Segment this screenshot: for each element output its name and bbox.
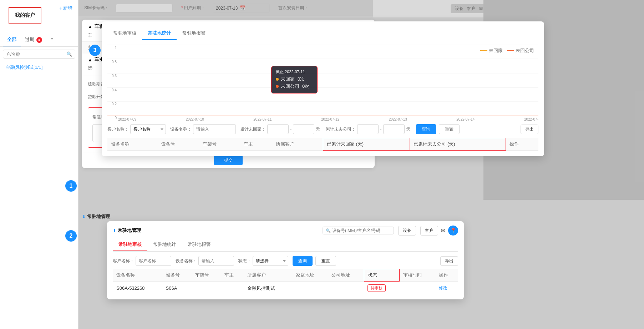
calendar-icon[interactable]: 📅 (240, 5, 245, 11)
col-home-days: 已累计未回家 (天) (323, 138, 410, 151)
audit-customer-label: 客户名称： (113, 258, 134, 264)
filter-company-max[interactable] (383, 124, 405, 134)
filter-home-max[interactable] (293, 124, 314, 134)
sidebar-title: 我的客户 (9, 7, 41, 24)
row-action[interactable]: 修改 (435, 282, 458, 295)
tab-alarm[interactable]: 常驻地报警 (177, 27, 211, 40)
tooltip-company-value: 0次 (302, 83, 309, 90)
tooltip-home-row: 未回家 0次 (276, 76, 313, 82)
tab-statistics[interactable]: 常驻地统计 (142, 27, 177, 40)
col-action: 操作 (506, 138, 538, 151)
chart-x-labels: 2022-07-09 2022-07-10 2022-07-11 2022-07… (107, 117, 538, 121)
search-icon[interactable]: 🔍 (66, 51, 72, 57)
audit-customer-input[interactable] (136, 256, 171, 266)
row-device-name: S06A-532268 (113, 282, 162, 295)
sidebar: 我的客户 + 新增 全部 过期 ● ≡ 🔍 金融风控测试[1/1] (0, 0, 78, 329)
vehicle-sub-label: 车 (88, 33, 92, 38)
chart-export-btn[interactable]: 导出 (521, 125, 538, 134)
audit-search-icon: 🔍 (326, 228, 331, 233)
audit-export-btn[interactable]: 导出 (440, 256, 458, 266)
audit-col-owner: 车主 (221, 269, 244, 282)
col-company-days: 已累计未去公司 (天) (410, 138, 506, 151)
filter-company-label: 累计未去公司： (326, 126, 356, 132)
col-frame-no: 车架号 (199, 138, 240, 151)
x-label-5: 2022-07-14 (456, 117, 475, 121)
chart-query-btn[interactable]: 查询 (416, 124, 436, 134)
tab-all[interactable]: 全部 (3, 34, 21, 46)
audit-customer-btn[interactable]: 客户 (420, 226, 438, 236)
filter-home-label: 累计未回家： (240, 126, 266, 132)
tab-filter[interactable]: ≡ (46, 34, 58, 46)
filter-home-sep: - (290, 127, 291, 132)
chart-tooltip: 截止 2022-07-11 未回家 0次 未回公司 0次 (271, 66, 318, 93)
addr-manage-label: ⬇ 常驻地管理 (82, 213, 110, 220)
chart-modal: 常驻地审核 常驻地统计 常驻地报警 未回家 未回公司 1 0.8 0.6 0.4… (102, 21, 544, 156)
tab-audit-alarm[interactable]: 常驻地报警 (182, 238, 217, 251)
filter-company: 累计未去公司： - 天 (326, 124, 411, 134)
row-customer: 金融风控测试 (244, 282, 292, 295)
audit-status-select[interactable]: 请选择 (253, 256, 288, 266)
audit-col-status: 状态 (364, 269, 399, 282)
row-status: 待审核 (364, 282, 399, 295)
tab-audit[interactable]: 常驻地审核 (107, 27, 142, 40)
audit-device-input[interactable] (198, 256, 234, 266)
chart-tabs: 常驻地审核 常驻地统计 常驻地报警 (107, 27, 538, 40)
row-device-no: S06A (162, 282, 192, 295)
audit-reset-btn[interactable]: 重置 (315, 256, 336, 266)
audit-mail-icon[interactable]: ✉ (441, 228, 445, 233)
filter-customer-select[interactable]: 客户名称 (130, 124, 166, 134)
filter-company-min[interactable] (357, 124, 379, 134)
date-label: 用户到期： (181, 5, 210, 11)
tooltip-company-row: 未回公司 0次 (276, 83, 313, 90)
audit-search-input[interactable] (332, 228, 382, 233)
sidebar-search-box: 🔍 (3, 50, 75, 59)
chart-table-head: 设备名称 设备号 车架号 车主 所属客户 已累计未回家 (天) 已累计未去公司 … (107, 138, 538, 151)
customer-list-item[interactable]: 金融风控测试[1/1] (0, 61, 78, 74)
audit-modal-header: ⬇ 常驻地管理 🔍 设备 客户 ✉ 📍 (113, 226, 458, 236)
filter-device: 设备名称： (170, 124, 236, 134)
tab-audit-review[interactable]: 常驻地审核 (113, 238, 147, 251)
tab-expired[interactable]: 过期 ● (21, 34, 46, 46)
audit-search-wrap: 🔍 (323, 227, 394, 234)
audit-device-btn[interactable]: 设备 (398, 226, 416, 236)
audit-filter-device: 设备名称： (176, 256, 234, 266)
audit-header-right: 🔍 设备 客户 ✉ 📍 (323, 226, 458, 236)
audit-modal: ⬇ 常驻地管理 🔍 设备 客户 ✉ 📍 常驻地审核 常驻地统计 常驻地报警 客户… (107, 221, 464, 299)
audit-col-device-name: 设备名称 (113, 269, 162, 282)
audit-data-table: 设备名称 设备号 车架号 车主 所属客户 家庭地址 公司地址 状态 审核时间 操… (113, 269, 458, 295)
x-label-1: 2022-07-10 (186, 117, 204, 121)
col-device-no: 设备号 (158, 138, 199, 151)
audit-status-label: 状态： (238, 258, 251, 264)
x-label-3: 2022-07-12 (321, 117, 339, 121)
filter-home-min[interactable] (267, 124, 289, 134)
tooltip-home-dot (276, 78, 279, 81)
new-button[interactable]: + 新增 (59, 5, 72, 11)
table-row: S06A-532268 S06A 金融风控测试 待审核 修改 (113, 282, 458, 295)
chart-reset-btn[interactable]: 重置 (439, 124, 460, 134)
badge-1: 1 (65, 180, 77, 192)
chart-container: 未回家 未回公司 1 0.8 0.6 0.4 0.2 0 (107, 45, 538, 121)
sim-label: SIM卡号码： (84, 5, 113, 11)
audit-filter-customer: 客户名称： (113, 256, 171, 266)
audit-location-icon[interactable]: 📍 (448, 226, 458, 236)
audit-col-action: 操作 (435, 269, 458, 282)
submit-btn[interactable]: 提交 (214, 155, 243, 165)
audit-query-btn[interactable]: 查询 (293, 256, 313, 266)
header-device-text: 设备 客户 ✉ (451, 4, 487, 13)
tooltip-date: 截止 2022-07-11 (276, 69, 313, 75)
date-input-wrap[interactable]: 2023-07-13 📅 (213, 4, 270, 12)
tab-audit-statistics[interactable]: 常驻地统计 (147, 238, 182, 251)
filter-home: 累计未回家： - 天 (240, 124, 321, 134)
col-device-name: 设备名称 (107, 138, 158, 151)
sidebar-tabs: 全部 过期 ● ≡ (0, 34, 78, 47)
badge-2: 2 (65, 230, 77, 242)
action-edit-btn[interactable]: 修改 (439, 285, 447, 291)
chart-data-table: 设备名称 设备号 车架号 车主 所属客户 已累计未回家 (天) 已累计未去公司 … (107, 138, 538, 151)
sim-input[interactable] (116, 4, 173, 12)
chart-svg (107, 45, 538, 116)
tooltip-home-value: 0次 (298, 76, 305, 82)
filter-device-input[interactable] (193, 124, 236, 134)
filter-customer-label: 客户名称： (107, 126, 129, 132)
sidebar-search-input[interactable] (6, 52, 66, 57)
x-label-4: 2022-07-13 (389, 117, 407, 121)
